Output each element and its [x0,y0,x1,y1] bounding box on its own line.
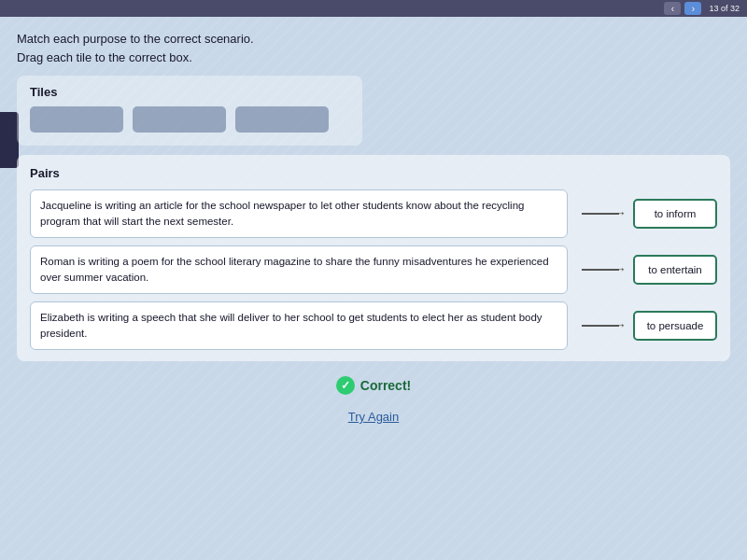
tiles-row [30,106,349,133]
arrow-line-2 [582,269,619,271]
scenario-text-1: Jacqueline is writing an article for the… [40,198,557,229]
purpose-badge-3[interactable]: to persuade [633,311,717,341]
next-button[interactable]: › [684,2,701,15]
pair-row-3: Elizabeth is writing a speech that she w… [30,301,717,350]
instructions: Match each purpose to the correct scenar… [17,30,730,66]
arrow-1 [577,213,624,215]
scenario-text-2: Roman is writing a poem for the school l… [40,254,557,285]
tiles-label: Tiles [30,85,349,99]
scenario-box-3: Elizabeth is writing a speech that she w… [30,301,568,350]
correct-text: Correct! [360,378,411,393]
tiles-section: Tiles [17,76,362,146]
instruction-line1: Match each purpose to the correct scenar… [17,30,730,49]
page-counter: 13 of 32 [709,4,740,13]
tile-2[interactable] [133,106,226,133]
scenario-text-3: Elizabeth is writing a speech that she w… [40,310,557,341]
scenario-box-1: Jacqueline is writing an article for the… [30,189,568,238]
pairs-section: Pairs Jacqueline is writing an article f… [17,155,730,361]
instruction-line2: Drag each tile to the correct box. [17,49,730,67]
tile-1[interactable] [30,106,123,133]
main-content: Match each purpose to the correct scenar… [0,17,747,560]
tile-3[interactable] [235,106,329,133]
prev-button[interactable]: ‹ [664,2,681,15]
top-bar: ‹ › 13 of 32 [0,0,747,17]
scenario-box-2: Roman is writing a poem for the school l… [30,245,568,294]
correct-banner: ✓ Correct! [17,371,730,397]
purpose-badge-2[interactable]: to entertain [633,255,717,285]
purpose-badge-1[interactable]: to inform [633,199,717,229]
pairs-label: Pairs [30,166,717,180]
purpose-text-2: to entertain [648,264,702,275]
purpose-text-3: to persuade [647,320,704,331]
try-again-button[interactable]: Try Again [348,410,399,424]
check-icon: ✓ [336,376,355,395]
pair-row-2: Roman is writing a poem for the school l… [30,245,717,294]
arrow-line-1 [582,213,619,215]
arrow-2 [577,269,624,271]
arrow-3 [577,325,624,327]
arrow-line-3 [582,325,619,327]
pair-row-1: Jacqueline is writing an article for the… [30,189,717,238]
try-again-area: Try Again [17,406,730,427]
purpose-text-1: to inform [655,208,697,219]
